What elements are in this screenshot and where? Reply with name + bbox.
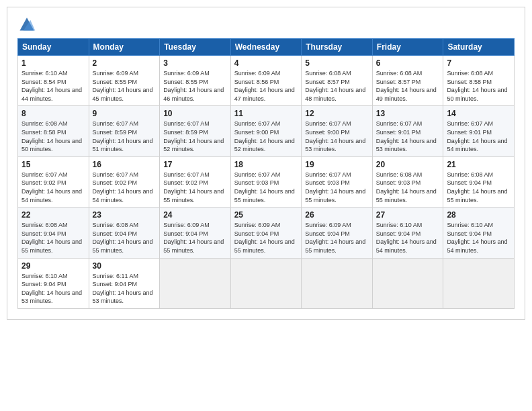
day-info: Sunrise: 6:08 AMSunset: 8:58 PMDaylight:… — [21, 120, 85, 153]
calendar-cell — [230, 258, 302, 308]
day-number: 2 — [93, 58, 157, 68]
calendar-cell: 22Sunrise: 6:08 AMSunset: 9:04 PMDayligh… — [18, 208, 89, 258]
day-number: 25 — [234, 210, 298, 220]
calendar-cell: 6Sunrise: 6:08 AMSunset: 8:57 PMDaylight… — [372, 56, 443, 106]
calendar-cell: 3Sunrise: 6:09 AMSunset: 8:55 PMDaylight… — [160, 56, 231, 106]
col-thursday: Thursday — [302, 39, 373, 56]
day-number: 5 — [305, 58, 369, 68]
calendar-cell: 19Sunrise: 6:07 AMSunset: 9:03 PMDayligh… — [302, 156, 373, 207]
calendar-cell: 21Sunrise: 6:08 AMSunset: 9:04 PMDayligh… — [443, 156, 515, 207]
col-tuesday: Tuesday — [160, 39, 231, 56]
day-info: Sunrise: 6:10 AMSunset: 9:04 PMDaylight:… — [21, 272, 85, 306]
col-wednesday: Wednesday — [230, 39, 302, 56]
calendar-cell: 11Sunrise: 6:07 AMSunset: 9:00 PMDayligh… — [230, 106, 302, 156]
day-number: 16 — [93, 160, 157, 169]
page-wrapper: Sunday Monday Tuesday Wednesday Thursday… — [7, 7, 525, 320]
calendar-cell: 16Sunrise: 6:07 AMSunset: 9:02 PMDayligh… — [89, 156, 160, 207]
col-friday: Friday — [372, 39, 443, 56]
day-number: 29 — [21, 261, 85, 271]
day-number: 30 — [93, 261, 157, 271]
calendar-cell: 30Sunrise: 6:11 AMSunset: 9:04 PMDayligh… — [89, 258, 160, 308]
calendar-cell: 4Sunrise: 6:09 AMSunset: 8:56 PMDaylight… — [230, 56, 302, 106]
calendar-cell: 12Sunrise: 6:07 AMSunset: 9:00 PMDayligh… — [302, 106, 373, 156]
day-number: 12 — [305, 109, 369, 118]
day-number: 21 — [447, 160, 511, 169]
calendar-row: 15Sunrise: 6:07 AMSunset: 9:02 PMDayligh… — [18, 156, 515, 207]
day-number: 14 — [447, 109, 511, 118]
calendar-cell: 20Sunrise: 6:08 AMSunset: 9:03 PMDayligh… — [372, 156, 443, 207]
day-info: Sunrise: 6:09 AMSunset: 9:04 PMDaylight:… — [163, 221, 227, 255]
day-info: Sunrise: 6:10 AMSunset: 8:54 PMDaylight:… — [21, 69, 85, 103]
calendar-cell — [302, 258, 373, 308]
calendar-row: 8Sunrise: 6:08 AMSunset: 8:58 PMDaylight… — [18, 106, 515, 156]
calendar-cell: 5Sunrise: 6:08 AMSunset: 8:57 PMDaylight… — [302, 56, 373, 106]
day-info: Sunrise: 6:09 AMSunset: 8:55 PMDaylight:… — [163, 69, 227, 103]
day-number: 4 — [234, 58, 298, 68]
day-info: Sunrise: 6:07 AMSunset: 9:00 PMDaylight:… — [305, 120, 369, 153]
day-number: 15 — [21, 160, 85, 169]
calendar-cell: 23Sunrise: 6:08 AMSunset: 9:04 PMDayligh… — [89, 208, 160, 258]
calendar-cell: 26Sunrise: 6:09 AMSunset: 9:04 PMDayligh… — [302, 208, 373, 258]
col-saturday: Saturday — [443, 39, 515, 56]
day-info: Sunrise: 6:07 AMSunset: 9:01 PMDaylight:… — [376, 120, 440, 153]
logo-icon — [17, 14, 36, 33]
calendar-row: 1Sunrise: 6:10 AMSunset: 8:54 PMDaylight… — [18, 56, 515, 106]
day-number: 24 — [163, 210, 227, 220]
day-info: Sunrise: 6:07 AMSunset: 9:00 PMDaylight:… — [234, 120, 298, 153]
day-info: Sunrise: 6:09 AMSunset: 8:55 PMDaylight:… — [93, 69, 157, 103]
day-info: Sunrise: 6:08 AMSunset: 9:04 PMDaylight:… — [21, 221, 85, 255]
calendar-cell: 27Sunrise: 6:10 AMSunset: 9:04 PMDayligh… — [372, 208, 443, 258]
calendar-cell — [372, 258, 443, 308]
day-info: Sunrise: 6:09 AMSunset: 8:56 PMDaylight:… — [234, 69, 298, 103]
day-number: 18 — [234, 160, 298, 169]
day-number: 8 — [21, 109, 85, 118]
day-info: Sunrise: 6:08 AMSunset: 9:04 PMDaylight:… — [447, 171, 511, 204]
day-info: Sunrise: 6:11 AMSunset: 9:04 PMDaylight:… — [93, 272, 157, 306]
calendar-cell: 10Sunrise: 6:07 AMSunset: 8:59 PMDayligh… — [160, 106, 231, 156]
day-info: Sunrise: 6:07 AMSunset: 9:02 PMDaylight:… — [163, 171, 227, 204]
calendar-header-row: Sunday Monday Tuesday Wednesday Thursday… — [18, 39, 515, 56]
col-monday: Monday — [89, 39, 160, 56]
day-info: Sunrise: 6:07 AMSunset: 9:03 PMDaylight:… — [234, 171, 298, 204]
day-info: Sunrise: 6:08 AMSunset: 9:03 PMDaylight:… — [376, 171, 440, 204]
calendar-cell: 14Sunrise: 6:07 AMSunset: 9:01 PMDayligh… — [443, 106, 515, 156]
day-number: 3 — [163, 58, 227, 68]
day-info: Sunrise: 6:07 AMSunset: 8:59 PMDaylight:… — [93, 120, 157, 153]
day-info: Sunrise: 6:09 AMSunset: 9:04 PMDaylight:… — [305, 221, 369, 255]
calendar-cell — [443, 258, 515, 308]
day-number: 7 — [447, 58, 511, 68]
day-info: Sunrise: 6:07 AMSunset: 9:03 PMDaylight:… — [305, 171, 369, 204]
day-number: 19 — [305, 160, 369, 169]
day-number: 23 — [93, 210, 157, 220]
calendar-cell: 24Sunrise: 6:09 AMSunset: 9:04 PMDayligh… — [160, 208, 231, 258]
day-info: Sunrise: 6:10 AMSunset: 9:04 PMDaylight:… — [447, 221, 511, 255]
day-info: Sunrise: 6:09 AMSunset: 9:04 PMDaylight:… — [234, 221, 298, 255]
day-number: 27 — [376, 210, 440, 220]
day-number: 6 — [376, 58, 440, 68]
day-number: 20 — [376, 160, 440, 169]
header — [17, 14, 515, 33]
calendar-cell: 13Sunrise: 6:07 AMSunset: 9:01 PMDayligh… — [372, 106, 443, 156]
calendar-cell: 1Sunrise: 6:10 AMSunset: 8:54 PMDaylight… — [18, 56, 89, 106]
day-number: 10 — [163, 109, 227, 118]
calendar-cell: 28Sunrise: 6:10 AMSunset: 9:04 PMDayligh… — [443, 208, 515, 258]
calendar-cell: 7Sunrise: 6:08 AMSunset: 8:58 PMDaylight… — [443, 56, 515, 106]
day-info: Sunrise: 6:10 AMSunset: 9:04 PMDaylight:… — [376, 221, 440, 255]
calendar-cell: 25Sunrise: 6:09 AMSunset: 9:04 PMDayligh… — [230, 208, 302, 258]
day-info: Sunrise: 6:07 AMSunset: 9:02 PMDaylight:… — [93, 171, 157, 204]
calendar-cell: 2Sunrise: 6:09 AMSunset: 8:55 PMDaylight… — [89, 56, 160, 106]
day-number: 1 — [21, 58, 85, 68]
calendar-cell: 18Sunrise: 6:07 AMSunset: 9:03 PMDayligh… — [230, 156, 302, 207]
calendar-cell: 9Sunrise: 6:07 AMSunset: 8:59 PMDaylight… — [89, 106, 160, 156]
calendar: Sunday Monday Tuesday Wednesday Thursday… — [17, 38, 515, 309]
day-info: Sunrise: 6:08 AMSunset: 8:57 PMDaylight:… — [376, 69, 440, 103]
calendar-cell: 15Sunrise: 6:07 AMSunset: 9:02 PMDayligh… — [18, 156, 89, 207]
day-info: Sunrise: 6:08 AMSunset: 9:04 PMDaylight:… — [93, 221, 157, 255]
calendar-row: 22Sunrise: 6:08 AMSunset: 9:04 PMDayligh… — [18, 208, 515, 258]
day-number: 9 — [93, 109, 157, 118]
calendar-row: 29Sunrise: 6:10 AMSunset: 9:04 PMDayligh… — [18, 258, 515, 308]
day-number: 13 — [376, 109, 440, 118]
day-number: 28 — [447, 210, 511, 220]
day-number: 26 — [305, 210, 369, 220]
day-number: 22 — [21, 210, 85, 220]
